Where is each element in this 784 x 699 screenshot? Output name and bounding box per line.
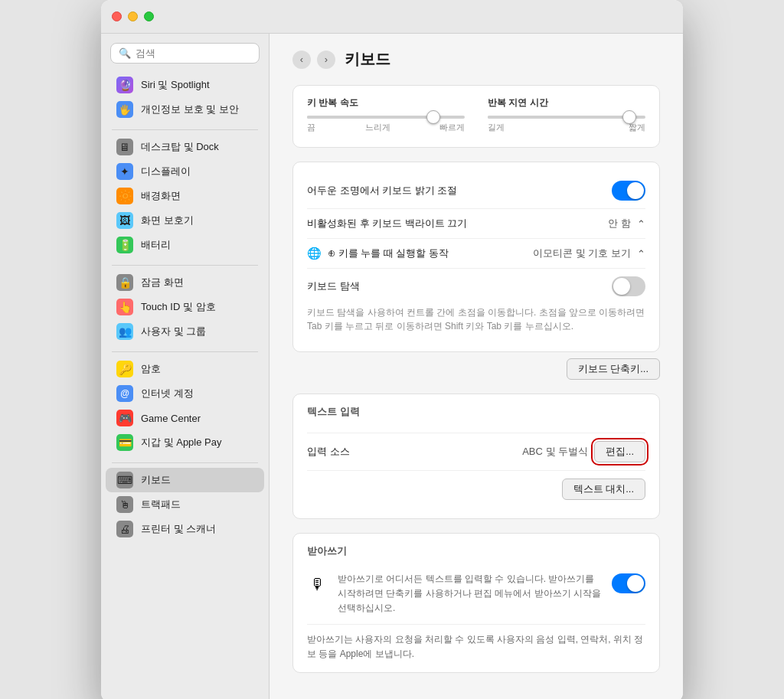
backlight-value-text: 안 함 bbox=[608, 217, 631, 230]
search-input[interactable] bbox=[136, 47, 251, 59]
keyboard-nav-label: 키보드 탐색 bbox=[307, 279, 360, 293]
input-source-value-text: ABC 및 두벌식 bbox=[522, 445, 588, 459]
text-replace-row: 텍스트 대치... bbox=[307, 470, 645, 508]
globe-key-chevron-icon: ⌃ bbox=[637, 248, 645, 260]
repeat-delay-thumb[interactable] bbox=[622, 110, 636, 124]
sidebar-group-2: 🖥 데스크탑 및 Dock ✦ 디스플레이 🔆 배경화면 🖼 화면 보호기 🔋 bbox=[101, 135, 269, 257]
sidebar-item-label-wallet: 지갑 및 Apple Pay bbox=[141, 436, 222, 449]
page-title: 키보드 bbox=[345, 49, 390, 70]
key-repeat-fill bbox=[307, 116, 433, 119]
repeat-delay-fill bbox=[488, 116, 629, 119]
sidebar-divider-1 bbox=[112, 129, 258, 130]
sidebar-item-gamecenter[interactable]: 🎮 Game Center bbox=[106, 406, 264, 430]
sidebar-group-4: 🔑 암호 @ 인터넷 계정 🎮 Game Center 💳 지갑 및 Apple… bbox=[101, 357, 269, 455]
keyboard-nav-knob bbox=[613, 278, 630, 295]
sidebar-item-label-printer: 프린터 및 스캐너 bbox=[141, 522, 216, 536]
minimize-button[interactable] bbox=[128, 11, 138, 21]
key-repeat-thumb[interactable] bbox=[426, 110, 440, 124]
globe-key-value[interactable]: 이모티콘 및 기호 보기 ⌃ bbox=[533, 247, 645, 260]
sidebar-item-keyboard[interactable]: ⌨ 키보드 bbox=[106, 468, 264, 492]
sidebar-item-label-internet: 인터넷 계정 bbox=[141, 387, 194, 400]
dictation-description-row: 🎙 받아쓰기로 어디서든 텍스트를 입력할 수 있습니다. 받아쓰기를 시작하려… bbox=[307, 572, 603, 616]
traffic-lights bbox=[112, 11, 154, 21]
edit-button[interactable]: 편집... bbox=[594, 441, 645, 462]
sidebar-item-lock[interactable]: 🔒 잠금 화면 bbox=[106, 270, 264, 295]
sidebar-item-label-screensaver: 화면 보호기 bbox=[141, 214, 194, 227]
sidebar-item-label-keyboard: 키보드 bbox=[141, 473, 171, 487]
dictation-section: 받아쓰기 🎙 받아쓰기로 어디서든 텍스트를 입력할 수 있습니다. 받아쓰기를… bbox=[292, 533, 660, 673]
sidebar-item-privacy[interactable]: 🖐 개인정보 보호 및 보안 bbox=[106, 97, 264, 122]
key-repeat-mid-label: 느리게 bbox=[365, 122, 390, 133]
text-input-section: 텍스트 입력 입력 소스 ABC 및 두벌식 편집... 텍스트 대치... bbox=[292, 394, 660, 519]
sidebar-item-printer[interactable]: 🖨 프린터 및 스캐너 bbox=[106, 517, 264, 541]
auto-brightness-knob bbox=[627, 182, 644, 199]
dictation-privacy-text: 받아쓰기는 사용자의 요청을 처리할 수 있도록 사용자의 음성 입력, 연락처… bbox=[307, 632, 645, 661]
sidebar-item-desktop[interactable]: 🖥 데스크탑 및 Dock bbox=[106, 135, 264, 159]
repeat-delay-labels: 길게 짧게 bbox=[488, 122, 645, 133]
close-button[interactable] bbox=[112, 11, 122, 21]
search-icon: 🔍 bbox=[119, 47, 131, 59]
battery-icon: 🔋 bbox=[116, 237, 133, 253]
text-replace-button[interactable]: 텍스트 대치... bbox=[562, 479, 645, 500]
sidebar-item-trackpad[interactable]: 🖱 트랙패드 bbox=[106, 492, 264, 517]
sidebar-item-label-privacy: 개인정보 보호 및 보안 bbox=[141, 103, 239, 116]
key-repeat-labels: 끔 느리게 빠르게 bbox=[307, 122, 465, 133]
repeat-delay-group: 반복 지연 시간 길게 짧게 bbox=[488, 96, 645, 133]
sidebar-item-label-siri: Siri 및 Spotlight bbox=[141, 78, 210, 92]
sidebar-item-label-battery: 배터리 bbox=[141, 238, 171, 252]
privacy-icon: 🖐 bbox=[116, 101, 133, 118]
backlight-value[interactable]: 안 함 ⌃ bbox=[608, 217, 645, 230]
sidebar-item-screensaver[interactable]: 🖼 화면 보호기 bbox=[106, 208, 264, 233]
repeat-delay-slider[interactable] bbox=[488, 116, 645, 119]
dictation-toggle-knob bbox=[627, 575, 644, 592]
dictation-section-title: 받아쓰기 bbox=[307, 544, 645, 563]
wallet-icon: 💳 bbox=[116, 434, 133, 451]
globe-key-row: 🌐 ⊕ 키를 누를 때 실행할 동작 이모티콘 및 기호 보기 ⌃ bbox=[307, 238, 645, 268]
password-icon: 🔑 bbox=[116, 361, 133, 377]
mic-icon: 🎙 bbox=[310, 576, 325, 593]
key-repeat-group: 키 반복 속도 끔 느리게 빠르게 bbox=[307, 96, 465, 133]
internet-icon: @ bbox=[116, 385, 133, 402]
sidebar-item-password[interactable]: 🔑 암호 bbox=[106, 357, 264, 381]
sidebar-item-siri[interactable]: 🔮 Siri 및 Spotlight bbox=[106, 73, 264, 97]
sidebar-item-battery[interactable]: 🔋 배터리 bbox=[106, 233, 264, 257]
sidebar-item-wallpaper[interactable]: 🔆 배경화면 bbox=[106, 184, 264, 208]
repeat-delay-label: 반복 지연 시간 bbox=[488, 96, 645, 109]
main-content: ‹ › 키보드 키 반복 속도 bbox=[270, 34, 683, 699]
keyboard-nav-toggle[interactable] bbox=[612, 276, 645, 296]
sidebar-item-label-trackpad: 트랙패드 bbox=[141, 498, 181, 511]
sidebar-item-touchid[interactable]: 👆 Touch ID 및 암호 bbox=[106, 295, 264, 319]
screensaver-icon: 🖼 bbox=[116, 212, 133, 229]
forward-button[interactable]: › bbox=[317, 51, 335, 69]
text-replace-value-area: 텍스트 대치... bbox=[562, 479, 645, 500]
dictation-toggle[interactable] bbox=[612, 573, 645, 593]
sidebar-group-5: ⌨ 키보드 🖱 트랙패드 🖨 프린터 및 스캐너 bbox=[101, 468, 269, 541]
sidebar-item-internet[interactable]: @ 인터넷 계정 bbox=[106, 381, 264, 406]
keyboard-nav-description: 키보드 탐색을 사용하여 컨트롤 간에 초점을 이동합니다. 초점을 앞으로 이… bbox=[307, 305, 645, 333]
wallpaper-icon: 🔆 bbox=[116, 188, 133, 204]
display-icon: ✦ bbox=[116, 163, 133, 180]
sidebar-item-label-users: 사용자 및 그룹 bbox=[141, 325, 206, 338]
users-icon: 👥 bbox=[116, 323, 133, 340]
sidebar-item-users[interactable]: 👥 사용자 및 그룹 bbox=[106, 319, 264, 344]
sidebar-item-display[interactable]: ✦ 디스플레이 bbox=[106, 159, 264, 184]
sidebar-divider-3 bbox=[112, 351, 258, 352]
dictation-toggle-row: 🎙 받아쓰기로 어디서든 텍스트를 입력할 수 있습니다. 받아쓰기를 시작하려… bbox=[307, 572, 645, 616]
siri-icon: 🔮 bbox=[116, 77, 133, 93]
search-box[interactable]: 🔍 bbox=[110, 43, 260, 64]
sidebar-item-wallet[interactable]: 💳 지갑 및 Apple Pay bbox=[106, 430, 264, 455]
dictation-description: 받아쓰기로 어디서든 텍스트를 입력할 수 있습니다. 받아쓰기를 시작하려면 … bbox=[338, 572, 603, 616]
input-source-value-area: ABC 및 두벌식 편집... bbox=[522, 441, 645, 462]
shortcuts-button[interactable]: 키보드 단축키... bbox=[567, 358, 660, 380]
content-area: 🔍 🔮 Siri 및 Spotlight 🖐 개인정보 보호 및 보안 🖥 bbox=[101, 34, 683, 699]
key-repeat-slider[interactable] bbox=[307, 116, 465, 119]
back-button[interactable]: ‹ bbox=[292, 51, 311, 69]
sidebar-item-label-desktop: 데스크탑 및 Dock bbox=[141, 140, 219, 154]
sidebar-item-label-display: 디스플레이 bbox=[141, 165, 191, 178]
backlight-row: 비활성화된 후 키보드 백라이트 끄기 안 함 ⌃ bbox=[307, 208, 645, 238]
maximize-button[interactable] bbox=[144, 11, 154, 21]
touchid-icon: 👆 bbox=[116, 299, 133, 315]
auto-brightness-toggle[interactable] bbox=[612, 181, 645, 201]
sidebar-divider-4 bbox=[112, 462, 258, 463]
globe-key-label: 🌐 ⊕ 키를 누를 때 실행할 동작 bbox=[307, 247, 449, 260]
